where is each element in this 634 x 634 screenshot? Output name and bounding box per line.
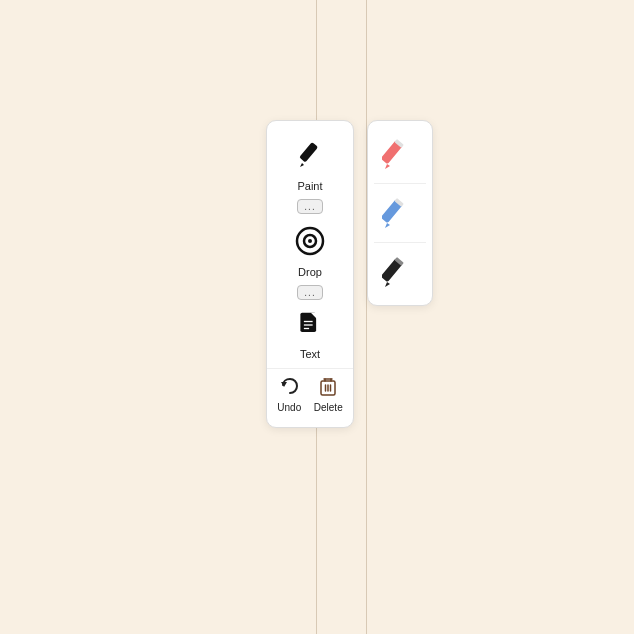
delete-icon — [320, 377, 336, 400]
undo-action[interactable]: Undo — [273, 375, 305, 415]
drop-icon — [294, 225, 326, 262]
color-black[interactable] — [373, 245, 427, 299]
paint-icon — [294, 139, 326, 176]
drop-tool[interactable]: Drop — [267, 217, 353, 282]
separator-1: ... — [267, 196, 353, 217]
color-divider-1 — [374, 183, 426, 184]
svg-marker-21 — [385, 223, 390, 228]
separator-2: ... — [267, 282, 353, 303]
svg-marker-24 — [385, 282, 390, 287]
color-panel — [367, 120, 433, 306]
undo-icon — [279, 377, 299, 400]
svg-marker-1 — [300, 163, 304, 167]
paint-tool[interactable]: Paint — [267, 131, 353, 196]
svg-marker-18 — [385, 164, 390, 169]
text-tool[interactable]: Text — [267, 303, 353, 364]
color-red[interactable] — [373, 127, 427, 181]
divider-right — [366, 0, 367, 634]
text-icon — [296, 311, 324, 344]
separator-btn-1[interactable]: ... — [297, 199, 322, 214]
svg-marker-9 — [281, 382, 287, 387]
text-label: Text — [300, 348, 320, 360]
delete-label: Delete — [314, 402, 343, 413]
paint-label: Paint — [297, 180, 322, 192]
bottom-actions: Undo Delete — [267, 368, 353, 419]
toolbar-panel: Paint ... Drop ... — [266, 120, 354, 428]
drop-label: Drop — [298, 266, 322, 278]
delete-action[interactable]: Delete — [310, 375, 347, 415]
undo-label: Undo — [277, 402, 301, 413]
separator-btn-2[interactable]: ... — [297, 285, 322, 300]
svg-rect-0 — [299, 142, 318, 162]
color-blue[interactable] — [373, 186, 427, 240]
color-divider-2 — [374, 242, 426, 243]
svg-point-4 — [308, 239, 312, 243]
